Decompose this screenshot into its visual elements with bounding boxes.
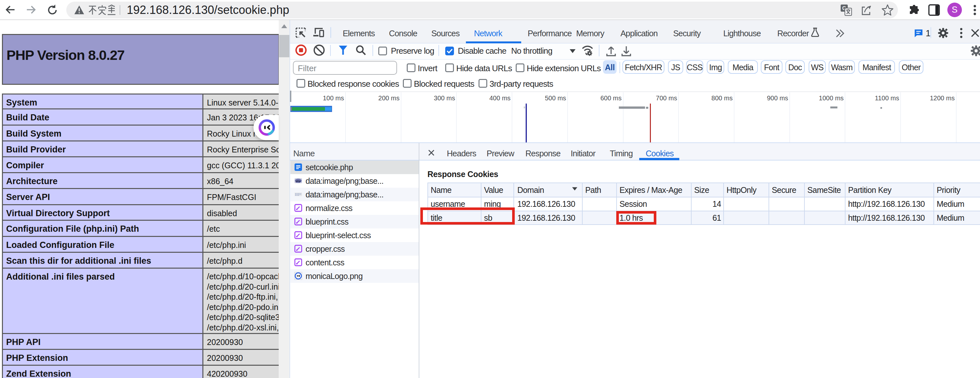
svg-text:php: php	[296, 180, 301, 182]
